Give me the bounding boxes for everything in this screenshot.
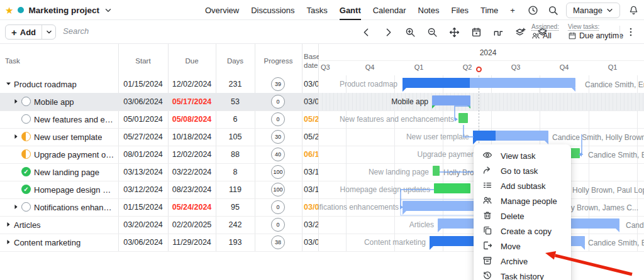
layers-add-icon[interactable] [514, 26, 526, 38]
menu-item-label: Add subtask [501, 181, 546, 191]
expand-caret-icon[interactable] [13, 98, 19, 105]
table-row-homepage-design-updates[interactable]: ✓Homepage design updates03/12/202408/23/… [0, 181, 318, 198]
notifications-bell-icon[interactable] [626, 3, 640, 17]
chevron-left-icon[interactable] [360, 26, 372, 38]
task-name[interactable]: Content marketing [14, 238, 80, 247]
start-date: 01/15/2024 [118, 203, 168, 212]
timeline-quarter-label: Q4 [560, 63, 569, 71]
task-status-icon-half[interactable] [21, 149, 31, 159]
recent-clock-icon[interactable] [526, 3, 540, 17]
progress-badge: 100 [271, 183, 285, 197]
gantt-app: ★ Marketing project OverviewDiscussionsT… [0, 0, 644, 280]
task-status-icon-open[interactable] [21, 202, 31, 212]
expand-caret-icon[interactable] [5, 221, 12, 228]
task-context-menu: View taskGo to taskAdd subtaskManage peo… [474, 144, 571, 280]
tab-time[interactable]: Time [480, 0, 498, 20]
task-status-icon-half[interactable] [21, 132, 31, 141]
task-status-icon-open[interactable] [21, 114, 31, 124]
start-date: 03/13/2024 [118, 168, 168, 176]
menu-item-label: Go to task [501, 166, 538, 176]
move-icon[interactable] [448, 26, 460, 38]
favorite-star-icon[interactable]: ★ [5, 6, 13, 15]
baseline-date: 03/0 [304, 238, 318, 247]
table-row-new-user-template[interactable]: New user template05/27/202410/18/2024105… [0, 128, 318, 146]
expand-caret-icon[interactable] [5, 239, 12, 245]
expand-caret-icon[interactable] [13, 133, 19, 140]
table-row-upgrade-payment-options[interactable]: Upgrade payment options08/01/202412/02/2… [0, 146, 318, 163]
chevron-right-icon[interactable] [382, 26, 394, 38]
task-name[interactable]: Articles [14, 220, 41, 230]
search-icon[interactable] [546, 3, 560, 17]
menu-item-task-history[interactable]: Task history [474, 269, 571, 280]
menu-item-delete[interactable]: Delete [474, 208, 571, 223]
zoom-out-icon[interactable] [426, 26, 438, 38]
menu-item-label: Task history [501, 272, 544, 280]
task-name[interactable]: Upgrade payment options [34, 150, 115, 159]
table-row-articles[interactable]: Articles03/20/202402/20/2025242003/2 [0, 216, 318, 234]
menu-item-label: Archive [501, 257, 528, 266]
menu-item-go-to-task[interactable]: Go to task [474, 163, 571, 178]
tab-overview[interactable]: Overview [205, 0, 239, 20]
gantt-view-controls [360, 24, 548, 40]
table-row-content-marketing[interactable]: Content marketing03/06/202411/29/2024193… [0, 234, 318, 251]
menu-item-move[interactable]: Move [474, 239, 571, 254]
menu-item-view-task[interactable]: View task [474, 148, 571, 163]
timeline-year-label: 2024 [480, 48, 497, 57]
zoom-in-icon[interactable] [404, 26, 416, 38]
collapse-caret-icon[interactable] [5, 80, 12, 87]
assigned-filter[interactable]: Assigned: All [531, 23, 559, 40]
view-tasks-filter[interactable]: View tasks: Due anytime [568, 23, 623, 40]
people-icon [531, 31, 540, 40]
add-dropdown-button[interactable] [42, 25, 55, 39]
progress-badge: 38 [271, 235, 285, 249]
tab-tasks[interactable]: Tasks [307, 0, 328, 20]
tab-files[interactable]: Files [451, 0, 468, 20]
step-icon[interactable] [492, 26, 504, 38]
search-input[interactable] [63, 26, 182, 36]
task-status-icon-done[interactable]: ✓ [21, 167, 31, 176]
menu-item-manage-people[interactable]: Manage people [474, 193, 571, 208]
start-date: 03/20/2024 [118, 220, 168, 229]
add-button[interactable]: + Add [5, 24, 56, 40]
task-name[interactable]: New user template [34, 132, 102, 142]
expand-caret-icon[interactable] [13, 203, 19, 210]
task-name[interactable]: Notifications enhancements [34, 203, 115, 212]
more-options-kebab-icon[interactable] [624, 25, 638, 39]
tab-gantt[interactable]: Gantt [340, 0, 361, 20]
tab-add-plus[interactable]: + [510, 0, 515, 20]
start-date: 08/01/2024 [118, 150, 168, 159]
table-row-new-features-and-enchancements[interactable]: New features and enchancements05/01/2024… [0, 110, 318, 128]
menu-item-archive[interactable]: Archive [474, 254, 571, 269]
table-row-new-landing-page[interactable]: ✓New landing page03/13/202403/22/2024810… [0, 163, 318, 181]
task-name[interactable]: New features and enchancements [34, 115, 115, 124]
tab-discussions[interactable]: Discussions [251, 0, 294, 20]
menu-item-label: Move [501, 242, 521, 251]
task-status-icon-done[interactable]: ✓ [21, 185, 31, 194]
task-status-icon-open[interactable] [21, 97, 31, 106]
baseline-date: 03/2 [304, 220, 318, 229]
tab-notes[interactable]: Notes [418, 0, 440, 20]
chevron-down-icon [606, 7, 613, 14]
task-name[interactable]: Product roadmap [14, 80, 77, 89]
due-date: 05/08/2024 [168, 115, 216, 124]
tab-calendar[interactable]: Calendar [373, 0, 406, 20]
start-date: 03/06/2024 [118, 238, 168, 247]
menu-item-create-a-copy[interactable]: Create a copy [474, 223, 571, 239]
baseline-date: 03/0 [304, 80, 318, 89]
manage-button[interactable]: Manage [566, 3, 620, 18]
goto-icon [482, 165, 492, 177]
today-marker-pin[interactable] [476, 67, 482, 72]
table-row-notifications-enhancements[interactable]: Notifications enhancements01/15/202405/2… [0, 198, 318, 216]
task-name[interactable]: Homepage design updates [34, 185, 115, 195]
calendar-today-icon[interactable] [470, 26, 482, 38]
task-name[interactable]: Mobile app [34, 97, 74, 107]
menu-item-add-subtask[interactable]: Add subtask [474, 178, 571, 193]
table-row-product-roadmap[interactable]: Product roadmap01/15/202412/02/202423139… [0, 75, 318, 93]
table-row-mobile-app[interactable]: Mobile app03/06/202405/17/202453003/0 [0, 93, 318, 110]
topbar-actions: Manage [526, 0, 640, 20]
progress-badge: 39 [271, 77, 285, 91]
project-name: Marketing project [28, 6, 99, 15]
project-switcher[interactable]: ★ Marketing project [5, 0, 113, 20]
due-date: 05/24/2024 [168, 203, 216, 212]
task-name[interactable]: New landing page [34, 168, 99, 177]
